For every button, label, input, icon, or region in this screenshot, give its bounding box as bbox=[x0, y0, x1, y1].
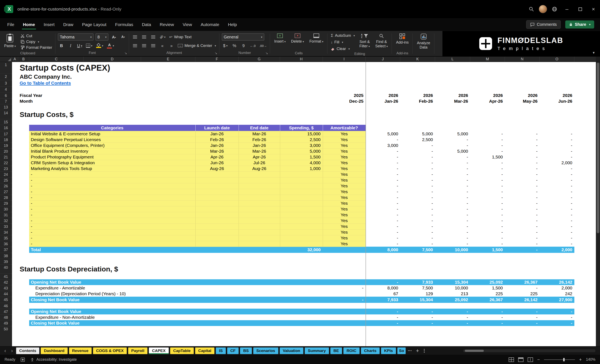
cell[interactable]: - bbox=[540, 309, 574, 314]
cell[interactable]: - bbox=[400, 177, 435, 183]
decrease-font-button[interactable]: A▾ bbox=[120, 34, 127, 40]
column-header-C[interactable]: C bbox=[29, 57, 84, 62]
cell[interactable] bbox=[574, 320, 596, 326]
cell[interactable] bbox=[18, 172, 29, 177]
cell[interactable]: Dec-25 bbox=[323, 98, 366, 104]
cell[interactable]: Aug-26 bbox=[239, 166, 280, 172]
cut-button[interactable]: Cut bbox=[20, 33, 53, 39]
toc-link[interactable]: Go to Table of Contents bbox=[18, 80, 596, 86]
row-label[interactable]: Month bbox=[18, 98, 323, 104]
cell[interactable]: - bbox=[505, 309, 540, 314]
orientation-button[interactable]: ab▾ bbox=[159, 34, 166, 40]
cell[interactable] bbox=[574, 247, 596, 253]
cell[interactable]: - bbox=[470, 177, 505, 183]
cell[interactable]: - bbox=[366, 229, 400, 235]
cell[interactable] bbox=[323, 291, 366, 297]
cell[interactable]: - bbox=[505, 137, 540, 143]
cell[interactable]: Jan-26 bbox=[195, 143, 239, 148]
cell[interactable]: 3,000 bbox=[280, 143, 323, 148]
borders-button[interactable]: ▾ bbox=[85, 42, 93, 49]
cell[interactable] bbox=[323, 320, 366, 326]
cell[interactable]: - bbox=[323, 297, 366, 303]
cell[interactable] bbox=[18, 224, 29, 229]
cell[interactable]: Mar-26 bbox=[195, 148, 239, 154]
row-header-20[interactable]: 20 bbox=[0, 148, 12, 154]
cell[interactable] bbox=[12, 148, 18, 154]
cell[interactable] bbox=[195, 189, 239, 195]
cell[interactable]: May-26 bbox=[505, 98, 540, 104]
cell[interactable] bbox=[574, 92, 596, 98]
cell[interactable]: - bbox=[540, 212, 574, 218]
row-header-42[interactable]: 42 bbox=[0, 279, 12, 285]
cell[interactable] bbox=[574, 241, 596, 247]
cell[interactable]: 10,000 bbox=[435, 247, 470, 253]
cell[interactable]: - bbox=[366, 177, 400, 183]
cell[interactable]: - bbox=[540, 183, 574, 189]
cell[interactable]: Feb-26 bbox=[195, 137, 239, 143]
cell[interactable]: - bbox=[435, 195, 470, 200]
cell[interactable]: - bbox=[366, 314, 400, 320]
column-header-B[interactable]: B bbox=[18, 57, 29, 62]
cell[interactable]: - bbox=[505, 206, 540, 212]
cell[interactable]: 15,000 bbox=[280, 131, 323, 137]
cell[interactable] bbox=[574, 98, 596, 104]
cell[interactable]: - bbox=[540, 143, 574, 148]
cell[interactable]: - bbox=[400, 314, 435, 320]
tab-scroll-left-button[interactable]: ‹ bbox=[2, 348, 8, 354]
cell[interactable] bbox=[574, 125, 596, 131]
row-header-32[interactable]: 32 bbox=[0, 218, 12, 224]
row-header-4[interactable]: 4 bbox=[0, 86, 12, 92]
cell[interactable] bbox=[280, 206, 323, 212]
font-name-select[interactable]: Tahoma▾ bbox=[58, 34, 94, 40]
cell[interactable]: 213 bbox=[435, 291, 470, 297]
cell[interactable]: - bbox=[470, 320, 505, 326]
cell[interactable] bbox=[18, 241, 29, 247]
cell[interactable] bbox=[18, 200, 29, 206]
sheet-tab-summary[interactable]: Summary bbox=[305, 347, 329, 354]
section-heading[interactable]: Startup Costs Depreciation, $ bbox=[18, 264, 596, 273]
cell[interactable]: - bbox=[435, 235, 470, 241]
cell[interactable] bbox=[18, 291, 29, 297]
cell[interactable]: Initial Blank Product Inventory bbox=[29, 148, 195, 154]
cell[interactable]: - bbox=[366, 183, 400, 189]
row-label[interactable]: Closing Net Book Value bbox=[29, 320, 323, 326]
cell[interactable]: - bbox=[366, 235, 400, 241]
cell[interactable]: - bbox=[470, 137, 505, 143]
cell[interactable]: - bbox=[435, 218, 470, 224]
cell[interactable] bbox=[12, 110, 18, 119]
cell[interactable]: Mar-26 bbox=[435, 98, 470, 104]
row-label[interactable]: Fiscal Year bbox=[18, 92, 323, 98]
th-end-date[interactable]: End date bbox=[239, 125, 280, 131]
cell[interactable] bbox=[18, 247, 29, 253]
normal-view-button[interactable] bbox=[509, 357, 514, 362]
cell[interactable]: - bbox=[505, 131, 540, 137]
cell[interactable]: - bbox=[400, 143, 435, 148]
cell[interactable] bbox=[12, 98, 18, 104]
cell[interactable]: Jan-26 bbox=[195, 131, 239, 137]
cell[interactable]: - bbox=[400, 241, 435, 247]
cell[interactable]: - bbox=[435, 177, 470, 183]
cell[interactable] bbox=[18, 177, 29, 183]
cell[interactable] bbox=[366, 125, 574, 131]
cell[interactable]: Yes bbox=[323, 160, 366, 166]
th-amortizable[interactable]: Amortizable? bbox=[323, 125, 366, 131]
cell[interactable] bbox=[18, 314, 29, 320]
cell[interactable] bbox=[18, 137, 29, 143]
row-header-36[interactable]: 36 bbox=[0, 241, 12, 247]
cell[interactable]: - bbox=[540, 166, 574, 172]
cell[interactable]: - bbox=[366, 320, 400, 326]
cell[interactable] bbox=[239, 235, 280, 241]
tab-scroll-right-button[interactable]: › bbox=[9, 348, 15, 354]
cell[interactable] bbox=[239, 241, 280, 247]
cell[interactable] bbox=[280, 224, 323, 229]
cell[interactable]: - bbox=[505, 218, 540, 224]
sheet-tab-is[interactable]: IS bbox=[216, 347, 226, 354]
cell[interactable]: - bbox=[400, 224, 435, 229]
cell[interactable]: 2026 bbox=[470, 92, 505, 98]
row-header-18[interactable]: 18 bbox=[0, 137, 12, 143]
cell[interactable]: Yes bbox=[323, 189, 366, 195]
cell[interactable]: Yes bbox=[323, 172, 366, 177]
column-header-F[interactable]: F bbox=[195, 57, 239, 62]
row-header-31[interactable]: 31 bbox=[0, 212, 12, 218]
clear-button[interactable]: Clear ▾ bbox=[330, 46, 356, 52]
